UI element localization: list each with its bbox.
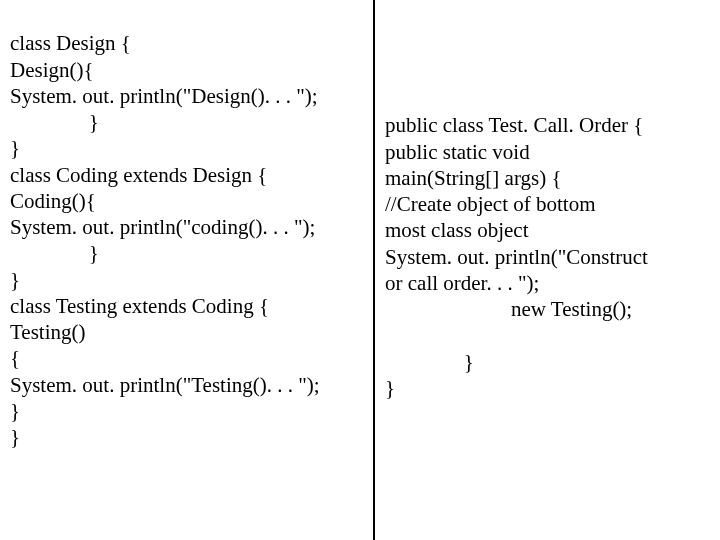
code-line: //Create object of bottom (385, 192, 596, 216)
code-line: new Testing(); (385, 297, 632, 321)
code-line: } (385, 350, 474, 374)
code-line: System. out. println("Design(). . . "); (10, 84, 318, 108)
code-line: System. out. println("Testing(). . . "); (10, 373, 320, 397)
code-line: Coding(){ (10, 189, 96, 213)
code-line: class Coding extends Design { (10, 163, 267, 187)
code-line: } (385, 376, 395, 400)
code-line: Design(){ (10, 58, 94, 82)
code-line: } (10, 425, 20, 449)
code-line: public static void (385, 140, 530, 164)
code-line: } (10, 268, 20, 292)
left-code-column: class Design { Design(){ System. out. pr… (0, 0, 375, 540)
code-line: Testing() (10, 320, 86, 344)
code-slide: class Design { Design(){ System. out. pr… (0, 0, 720, 540)
code-line: class Design { (10, 31, 131, 55)
code-line: } (10, 110, 99, 134)
code-line: } (10, 241, 99, 265)
code-line: System. out. println("Construct (385, 245, 648, 269)
code-line: System. out. println("coding(). . . "); (10, 215, 315, 239)
right-code-column: public class Test. Call. Order { public … (375, 0, 720, 540)
code-line: } (10, 399, 20, 423)
code-line: } (10, 136, 20, 160)
code-line: most class object (385, 218, 528, 242)
code-line: main(String[] args) { (385, 166, 562, 190)
code-line: public class Test. Call. Order { (385, 113, 643, 137)
code-line: class Testing extends Coding { (10, 294, 269, 318)
code-line: or call order. . . "); (385, 271, 539, 295)
code-line: { (10, 346, 20, 370)
